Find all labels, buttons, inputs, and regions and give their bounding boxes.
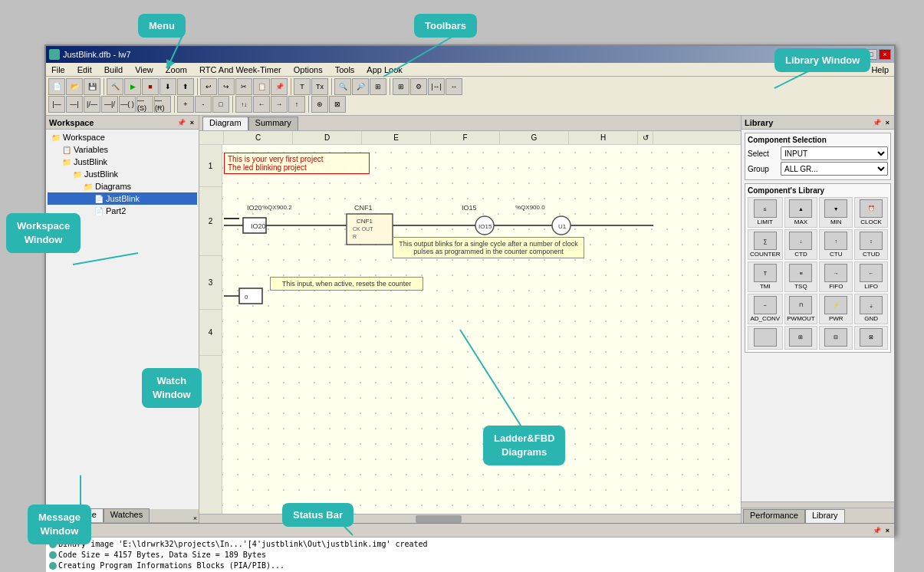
comp-extra1[interactable]: [748, 326, 783, 350]
library-close[interactable]: ×: [884, 119, 891, 127]
menu-edit[interactable]: Edit: [75, 65, 94, 74]
tree-part2[interactable]: 📄 Part2: [48, 205, 197, 217]
menu-app-look[interactable]: App Look: [364, 65, 404, 74]
menu-tools[interactable]: Tools: [333, 65, 357, 74]
output-controls[interactable]: 📌 ×: [871, 527, 891, 534]
tree-justblink-child[interactable]: 📁 JustBlink: [48, 168, 197, 180]
output-close[interactable]: ×: [884, 527, 891, 534]
tb-btn-build[interactable]: 🔨: [107, 78, 123, 95]
tb-btn2-1[interactable]: |—: [48, 96, 65, 113]
tb-btn-copy[interactable]: 📋: [253, 78, 270, 95]
comp-adconv[interactable]: ~ AD_CONV: [748, 294, 783, 324]
tb-btn2-15[interactable]: ⊛: [311, 96, 328, 113]
tree-workspace[interactable]: 📁 Workspace: [48, 131, 197, 143]
tb-btn-text[interactable]: Tx: [311, 78, 328, 95]
tb-btn-grid[interactable]: ⊞: [393, 78, 409, 95]
tb-btn-cut[interactable]: ✂: [235, 78, 252, 95]
tab-library[interactable]: Library: [805, 509, 845, 523]
tb-btn2-3[interactable]: |/—: [84, 96, 100, 113]
menu-rtc[interactable]: RTC And Week-Timer: [197, 65, 284, 74]
menu-view[interactable]: View: [133, 65, 156, 74]
tb-btn-run[interactable]: ▶: [124, 78, 141, 95]
comp-min[interactable]: ▼ MIN: [819, 197, 853, 228]
watch-close[interactable]: ×: [193, 514, 197, 522]
tb-btn-undo[interactable]: ↩: [200, 78, 217, 95]
tb-btn2-10[interactable]: □: [212, 96, 229, 113]
tree-diagrams[interactable]: 📁 Diagrams: [48, 180, 197, 192]
workspace-close[interactable]: ×: [189, 119, 196, 127]
tb-btn-stop[interactable]: ■: [142, 78, 159, 95]
comp-gnd[interactable]: ⏚ GND: [854, 294, 888, 324]
library-title-controls[interactable]: 📌 ×: [871, 119, 891, 127]
select-input[interactable]: INPUT OUTPUT BLOCK: [781, 146, 888, 160]
tab-performance[interactable]: Performance: [743, 509, 805, 523]
tb-btn-upload[interactable]: ⬆: [177, 78, 194, 95]
comp-max[interactable]: ▲ MAX: [784, 197, 818, 228]
tb-btn2-9[interactable]: -: [195, 96, 212, 113]
comp-extra4[interactable]: ⊠: [854, 326, 888, 350]
menu-zoom[interactable]: Zoom: [163, 65, 189, 74]
tab-workspace[interactable]: Workspace: [48, 508, 104, 522]
tree-justblink-diag[interactable]: 📄 JustBlink: [48, 192, 197, 205]
tb-btn-extra1[interactable]: |↔|: [428, 78, 445, 95]
library-scrollbar[interactable]: [742, 501, 894, 508]
comp-fifo[interactable]: → FIFO: [819, 261, 853, 292]
tb-btn2-11[interactable]: ↑↓: [235, 96, 252, 113]
workspace-pin[interactable]: 📌: [176, 119, 187, 127]
tb-btn-extra2[interactable]: ↔: [446, 78, 462, 95]
menu-help[interactable]: Help: [869, 65, 891, 74]
tb-btn2-6[interactable]: —(S): [136, 96, 153, 113]
tb-btn2-8[interactable]: +: [177, 96, 194, 113]
tb-btn-open[interactable]: 📂: [66, 78, 83, 95]
diagram-canvas[interactable]: 1 2 3 4 This is your very first project …: [199, 145, 741, 514]
menu-build[interactable]: Build: [102, 65, 125, 74]
tb-btn2-2[interactable]: —|: [66, 96, 83, 113]
tb-btn-save[interactable]: 💾: [84, 78, 100, 95]
tb-btn2-12[interactable]: ←: [253, 96, 270, 113]
comp-tsq[interactable]: ≡ TSQ: [784, 261, 818, 292]
tb-btn-zoom-fit[interactable]: ⊞: [370, 78, 386, 95]
output-pin[interactable]: 📌: [871, 527, 883, 534]
tb-btn-props[interactable]: ⚙: [410, 78, 427, 95]
comp-tmi[interactable]: T TMI: [748, 261, 783, 292]
diagram-scrollbar[interactable]: [199, 514, 741, 523]
title-bar-controls[interactable]: _ □ ×: [851, 49, 891, 60]
comp-pwmout[interactable]: ⊓ PWMOUT: [784, 294, 818, 324]
tab-diagram[interactable]: Diagram: [202, 117, 248, 130]
tb-btn2-16[interactable]: ⊠: [329, 96, 346, 113]
tb-btn-zoom-out[interactable]: 🔎: [352, 78, 369, 95]
tb-btn-new[interactable]: 📄: [48, 78, 65, 95]
comp-extra3[interactable]: ⊟: [819, 326, 853, 350]
tb-btn2-13[interactable]: →: [271, 96, 288, 113]
comp-ctu[interactable]: ↑ CTU: [819, 229, 853, 260]
tb-btn-t[interactable]: T: [294, 78, 311, 95]
comp-lifo[interactable]: ← LIFO: [854, 261, 888, 292]
tree-justblink-root[interactable]: 📁 JustBlink: [48, 156, 197, 168]
tab-watches[interactable]: Watches: [104, 508, 150, 522]
tab-summary[interactable]: Summary: [248, 117, 298, 130]
tb-btn2-4[interactable]: —|/: [101, 96, 118, 113]
tb-btn2-5[interactable]: —( ): [119, 96, 136, 113]
menu-file[interactable]: File: [49, 65, 67, 74]
menu-options[interactable]: Options: [291, 65, 325, 74]
tb-btn-download[interactable]: ⬇: [159, 78, 176, 95]
minimize-button[interactable]: _: [851, 49, 863, 60]
comp-pwr[interactable]: ⚡ PWR: [819, 294, 853, 324]
library-pin[interactable]: 📌: [871, 119, 883, 127]
tb-btn2-7[interactable]: —(R): [154, 96, 171, 113]
comp-ctd[interactable]: ↓ CTD: [784, 229, 818, 260]
tb-btn-paste[interactable]: 📌: [271, 78, 288, 95]
workspace-title-controls[interactable]: 📌 ×: [176, 119, 196, 127]
group-select[interactable]: ALL GR...: [781, 162, 888, 176]
maximize-button[interactable]: □: [865, 49, 877, 60]
comp-counter[interactable]: ∑ COUNTER: [748, 229, 783, 260]
comp-extra2[interactable]: ⊞: [784, 326, 818, 350]
scroll-thumb[interactable]: [416, 515, 462, 523]
tree-variables[interactable]: 📋 Variables: [48, 143, 197, 156]
comp-clock[interactable]: ⏰ CLOCK: [854, 197, 888, 228]
comp-limit[interactable]: ≤ LIMIT: [748, 197, 783, 228]
tb-btn-redo[interactable]: ↪: [218, 78, 235, 95]
tb-btn-zoom-in[interactable]: 🔍: [334, 78, 351, 95]
close-button[interactable]: ×: [879, 49, 891, 60]
comp-ctud[interactable]: ↕ CTUD: [854, 229, 888, 260]
